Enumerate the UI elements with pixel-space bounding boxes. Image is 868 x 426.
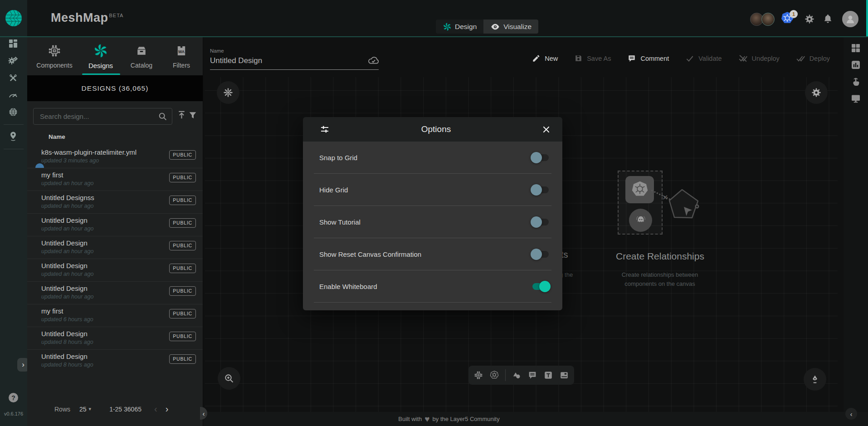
- eye-icon: [490, 22, 500, 32]
- publish-icon: [176, 110, 187, 120]
- design-name: my first: [41, 171, 63, 179]
- collapse-right-panel-button[interactable]: ‹: [845, 408, 857, 420]
- settings-button[interactable]: [804, 14, 815, 24]
- tab-filters[interactable]: WA Filters: [159, 44, 204, 69]
- rows-per-page-select[interactable]: 25: [79, 406, 87, 413]
- visibility-badge: PUBLIC: [169, 173, 196, 182]
- design-updated: updated an hour ago: [41, 180, 93, 186]
- nav-lifecycle[interactable]: [8, 55, 19, 66]
- name-field-label: Name: [210, 48, 379, 54]
- design-row[interactable]: Untitled Design updated 8 hours ago PUBL…: [27, 327, 203, 349]
- tab-filters-label: Filters: [173, 62, 190, 69]
- whiteboard-pen-button[interactable]: [804, 368, 826, 391]
- design-row[interactable]: Untitled Design updated an hour ago PUBL…: [27, 236, 203, 259]
- layer5-logo[interactable]: [0, 0, 27, 36]
- footer-credit: Built with ♥ by the Layer5 Community: [385, 412, 512, 426]
- option-label: Enable Whiteboard: [319, 283, 377, 290]
- tutorial-kubernetes-node: [625, 176, 654, 203]
- nav-meshmap[interactable]: [8, 131, 19, 142]
- undeploy-icon: [738, 54, 748, 63]
- visibility-badge: PUBLIC: [169, 309, 196, 318]
- nav-performance[interactable]: [8, 90, 19, 101]
- dashboard-icon: [8, 38, 19, 49]
- tab-designs[interactable]: Designs: [78, 44, 123, 69]
- deploy-button[interactable]: Deploy: [796, 54, 830, 63]
- design-name-input[interactable]: [210, 56, 379, 70]
- tab-catalog-label: Catalog: [131, 62, 152, 69]
- prev-page-button[interactable]: ‹: [154, 404, 157, 414]
- canvas-config-button[interactable]: [217, 81, 239, 104]
- notifications-button[interactable]: [822, 13, 834, 24]
- dock-shapes-tool[interactable]: [512, 370, 522, 380]
- dock-text-tool[interactable]: [543, 370, 553, 380]
- tutorial-x-mark: ✕: [662, 193, 668, 202]
- collaborator-avatar-2[interactable]: [761, 13, 775, 26]
- design-row[interactable]: Untitled Design updated an hour ago PUBL…: [27, 281, 203, 304]
- comment-button[interactable]: Comment: [627, 54, 669, 63]
- kubernetes-count-badge: 1: [790, 10, 798, 18]
- nav-configuration[interactable]: [8, 73, 19, 83]
- right-interact-button[interactable]: [850, 76, 861, 87]
- comment-button-label: Comment: [640, 55, 669, 62]
- options-modal: Options Snap to Grid Hide Grid Show Tuto…: [303, 117, 562, 310]
- tab-catalog[interactable]: Catalog: [119, 44, 164, 69]
- design-row[interactable]: my first updated an hour ago PUBLIC: [27, 168, 203, 191]
- next-page-button[interactable]: ›: [166, 404, 169, 414]
- tab-design-mode[interactable]: Design: [436, 20, 483, 34]
- search-input[interactable]: [39, 108, 159, 124]
- design-row[interactable]: Untitled Design updated an hour ago PUBL…: [27, 213, 203, 236]
- right-analytics-button[interactable]: [850, 59, 861, 70]
- undeploy-button[interactable]: Undeploy: [738, 54, 780, 63]
- snap-to-grid-toggle[interactable]: [532, 154, 549, 161]
- enable-whiteboard-toggle[interactable]: [532, 283, 549, 290]
- show-tutorial-toggle[interactable]: [532, 219, 549, 225]
- heart-icon: ♥: [424, 414, 429, 424]
- dock-kubernetes-tool[interactable]: [489, 370, 499, 380]
- dock-divider: [505, 369, 506, 381]
- grid-icon: [850, 43, 861, 54]
- tab-visualize-mode[interactable]: Visualize: [483, 20, 538, 34]
- design-name: my first: [41, 307, 63, 315]
- canvas-settings-button[interactable]: [805, 81, 828, 104]
- tutorial-meshery-node: [629, 209, 652, 232]
- zoom-in-icon: [224, 373, 234, 384]
- visibility-badge: PUBLIC: [169, 241, 196, 250]
- tutorial-subtitle: Create relationships between components …: [601, 270, 718, 289]
- monitor-icon: [850, 93, 861, 104]
- design-updated: updated an hour ago: [41, 203, 93, 209]
- dock-components-tool[interactable]: [473, 370, 483, 380]
- right-panels-button[interactable]: [850, 43, 861, 54]
- validate-button[interactable]: Validate: [685, 54, 722, 63]
- new-button[interactable]: New: [532, 54, 558, 63]
- visibility-badge: PUBLIC: [169, 218, 196, 228]
- design-row[interactable]: Untitled Design updated 8 hours ago PUBL…: [27, 349, 203, 372]
- tab-components[interactable]: Components: [32, 44, 77, 69]
- option-show-reset-confirmation: Show Reset Canvas Confirmation: [303, 238, 562, 270]
- nav-dashboard[interactable]: [8, 38, 19, 49]
- caret-down-icon[interactable]: ▾: [89, 406, 92, 412]
- user-avatar-button[interactable]: [842, 11, 858, 27]
- app-title: MeshMapBETA: [51, 11, 123, 25]
- filter-designs-button[interactable]: [188, 110, 198, 120]
- funnel-icon: [188, 110, 198, 120]
- design-row[interactable]: my first updated 6 hours ago PUBLIC: [27, 304, 203, 327]
- asterisk-gear-icon: [223, 87, 234, 98]
- save-as-button[interactable]: Save As: [574, 54, 611, 63]
- hide-grid-toggle[interactable]: [532, 186, 549, 193]
- design-row[interactable]: Untitled Designss updated an hour ago PU…: [27, 191, 203, 213]
- design-row[interactable]: Untitled Design updated an hour ago PUBL…: [27, 259, 203, 281]
- import-design-button[interactable]: [176, 110, 187, 120]
- help-button[interactable]: ?: [9, 393, 18, 402]
- components-icon: [48, 44, 61, 58]
- show-reset-canvas-confirmation-toggle[interactable]: [532, 251, 549, 258]
- canvas-actions-toolbar: New Save As Comment: [532, 54, 830, 63]
- zoom-button[interactable]: [218, 367, 240, 390]
- design-row[interactable]: k8s-wasm-plugin-ratelimiter.yml updated …: [27, 146, 203, 168]
- dock-comment-tool[interactable]: [527, 370, 537, 380]
- dock-media-tool[interactable]: [559, 370, 569, 380]
- right-display-button[interactable]: [850, 93, 861, 104]
- close-icon[interactable]: [542, 125, 551, 134]
- nav-extensions[interactable]: [8, 107, 19, 118]
- image-icon: [559, 370, 569, 380]
- wrenches-icon: [8, 73, 19, 83]
